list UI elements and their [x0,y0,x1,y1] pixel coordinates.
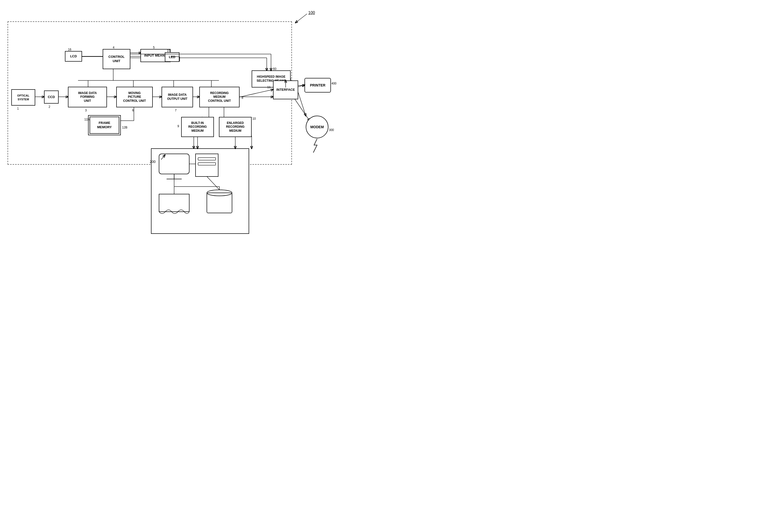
ref-1: 1 [17,107,19,110]
svg-rect-35 [198,158,216,160]
ref-4: 4 [113,46,114,49]
ref-8: 8 [242,96,243,100]
printer-box: PRINTER [305,78,331,93]
lcd-box: LCD [65,51,82,62]
ccd-box: CCD [44,91,59,104]
modem-signal [312,139,325,154]
ref-12B: 12B [122,126,127,129]
ref-9: 9 [177,124,179,128]
diagram: 100 OPTICAL SYSTEM 1 CCD 2 IMAGE DATAFOR… [0,0,383,266]
ref-7: 7 [175,109,176,112]
control-unit-box: CONTROLUNIT [103,49,130,69]
ref-100: 100 [308,11,315,15]
ref-11: 11 [267,85,271,89]
ref-3: 3 [85,109,87,112]
svg-line-52 [298,85,305,87]
svg-line-42 [207,176,220,190]
svg-rect-36 [198,163,216,165]
computer-box [151,148,249,234]
svg-rect-38 [159,194,189,212]
svg-line-53 [298,93,306,116]
svg-line-30 [296,14,307,23]
ref-12A: 12A [84,118,90,121]
ref-10: 10 [253,117,256,120]
ref-15: 15 [167,49,170,53]
builtin-recording-box: BUILT-INRECORDINGMEDIUM [181,117,214,137]
interface-box: INTERFACE [273,80,298,99]
ref-5: 5 [153,46,155,49]
computer-internals [151,149,250,234]
recording-medium-control-box: RECORDINGMEDIUMCONTROL UNIT [199,87,240,107]
image-data-forming-box: IMAGE DATAFORMINGUNIT [68,87,107,107]
enlarged-recording-box: ENLARGEDRECORDINGMEDIUM [219,117,252,137]
ref-6: 6 [132,109,134,112]
ref-60: 60 [273,67,276,71]
optical-system-box: OPTICAL SYSTEM [11,89,35,106]
led-box: LED [165,52,179,62]
ref-400: 400 [331,82,336,85]
ref-200: 200 [150,160,155,164]
modem-box: MODEM [306,116,328,138]
moving-picture-box: MOVINGPICTURECONTROL UNIT [116,87,153,107]
ref-300: 300 [329,128,334,132]
image-data-output-box: IMAGE DATAOUTPUT UNIT [161,87,193,107]
svg-rect-31 [159,154,189,174]
frame-memory-outer: FRAMEMEMORY [88,115,121,135]
ref-16: 16 [68,48,71,51]
ref-2: 2 [49,105,50,109]
